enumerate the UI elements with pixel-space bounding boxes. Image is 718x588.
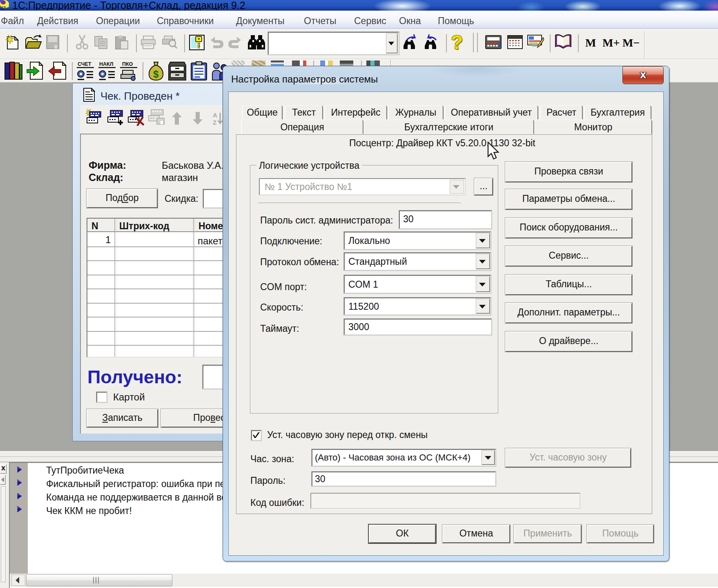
svg-text:$: $ — [153, 69, 159, 80]
svg-text:НАКЛ: НАКЛ — [99, 61, 113, 67]
svg-text:СЧЕТ: СЧЕТ — [78, 61, 91, 67]
svg-text:Z: Z — [213, 119, 216, 125]
svg-text:07: 07 — [1, 6, 6, 10]
svg-text:A: A — [213, 112, 217, 118]
svg-text:ПКО: ПКО — [122, 61, 133, 67]
